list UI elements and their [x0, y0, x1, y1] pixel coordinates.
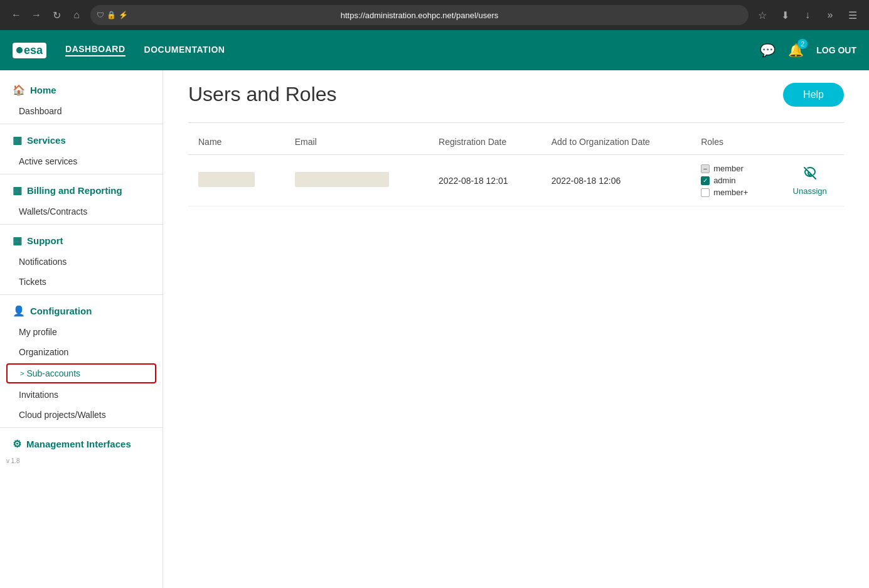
support-icon: ▦ [13, 235, 22, 247]
checkbox-admin[interactable]: ✓ [701, 176, 710, 185]
cell-name [188, 155, 285, 206]
col-registration-date: Registration Date [429, 129, 541, 155]
address-bar-container: 🛡 🔒 ⚡ [90, 5, 749, 25]
role-member-plus-label: member+ [713, 188, 748, 197]
col-add-to-org-date: Add to Organization Date [541, 129, 691, 155]
top-nav-left: esa DASHBOARD DOCUMENTATION [13, 43, 225, 58]
sidebar-divider-5 [0, 427, 163, 428]
sidebar-item-active-services[interactable]: Active services [0, 151, 163, 171]
top-nav-right: 💬 🔔 2 LOG OUT [760, 43, 856, 58]
table-body: 2022-08-18 12:01 2022-08-18 12:06 – memb… [188, 155, 844, 206]
sidebar-subaccounts-label: Sub-accounts [26, 368, 80, 378]
logo-dot [16, 47, 23, 53]
sidebar-item-tickets[interactable]: Tickets [0, 272, 163, 292]
sidebar-item-invitations[interactable]: Invitations [0, 385, 163, 405]
sidebar-services-label: Services [27, 135, 66, 146]
dashboard-nav-link[interactable]: DASHBOARD [65, 44, 125, 56]
top-navigation: esa DASHBOARD DOCUMENTATION 💬 🔔 2 LOG OU… [0, 30, 869, 70]
table-header-row: Name Email Registration Date Add to Orga… [188, 129, 844, 155]
roles-list: – member ✓ admin member+ [701, 164, 765, 197]
content-header: Users and Roles Help [188, 83, 844, 116]
pocket-icon[interactable]: ⬇ [776, 6, 794, 24]
sidebar-item-subaccounts[interactable]: > Sub-accounts [6, 363, 156, 383]
role-member: – member [701, 164, 765, 173]
sidebar-services-section[interactable]: ▦ Services [0, 127, 163, 151]
billing-icon: ▦ [13, 184, 22, 196]
table-head: Name Email Registration Date Add to Orga… [188, 129, 844, 155]
esa-logo: esa [13, 43, 46, 58]
sidebar-item-wallets[interactable]: Wallets/Contracts [0, 201, 163, 222]
home-button[interactable]: ⌂ [68, 6, 85, 24]
sidebar-item-dashboard[interactable]: Dashboard [0, 101, 163, 121]
role-member-label: member [713, 164, 744, 173]
messages-icon[interactable]: 💬 [760, 43, 776, 58]
cell-unassign: Unassign [776, 155, 844, 206]
col-email: Email [285, 129, 429, 155]
sidebar-divider-4 [0, 294, 163, 295]
role-admin-label: admin [713, 176, 735, 185]
sidebar-divider-2 [0, 174, 163, 174]
logout-button[interactable]: LOG OUT [816, 45, 856, 55]
col-actions [776, 129, 844, 155]
content-area: Users and Roles Help Name Email Registra… [163, 70, 869, 588]
sidebar-home-section[interactable]: 🏠 Home [0, 77, 163, 101]
documentation-nav-link[interactable]: DOCUMENTATION [144, 45, 225, 56]
back-button[interactable]: ← [8, 6, 25, 24]
refresh-button[interactable]: ↻ [48, 6, 65, 24]
sidebar-support-label: Support [27, 235, 63, 246]
col-name: Name [188, 129, 285, 155]
table-top-divider [188, 122, 844, 123]
services-icon: ▦ [13, 134, 22, 146]
sidebar-divider-1 [0, 124, 163, 124]
share-icon: ⚡ [119, 11, 128, 19]
logo: esa [13, 43, 46, 58]
extensions-icon[interactable]: » [821, 6, 839, 24]
role-member-plus: member+ [701, 188, 765, 197]
notifications-icon[interactable]: 🔔 2 [788, 43, 804, 58]
address-bar-security-icons: 🛡 🔒 ⚡ [97, 11, 128, 19]
role-admin: ✓ admin [701, 176, 765, 185]
sidebar-item-organization[interactable]: Organization [0, 342, 163, 362]
chevron-right-icon: > [20, 370, 24, 377]
unassign-icon [802, 166, 818, 184]
sidebar: 🏠 Home Dashboard ▦ Services Active servi… [0, 70, 163, 588]
help-button[interactable]: Help [783, 83, 844, 107]
forward-button[interactable]: → [28, 6, 45, 24]
name-blurred [198, 172, 255, 187]
col-roles: Roles [691, 129, 776, 155]
sidebar-item-cloudprojects[interactable]: Cloud projects/Wallets [0, 405, 163, 425]
cell-roles: – member ✓ admin member+ [691, 155, 776, 206]
sidebar-item-myprofile[interactable]: My profile [0, 322, 163, 342]
notification-badge: 2 [797, 39, 808, 49]
home-icon: 🏠 [13, 84, 25, 96]
bookmark-icon[interactable]: ☆ [754, 6, 771, 24]
sidebar-billing-label: Billing and Reporting [27, 185, 122, 196]
unassign-label: Unassign [793, 186, 827, 196]
sidebar-item-notifications[interactable]: Notifications [0, 252, 163, 272]
checkbox-member-plus[interactable] [701, 188, 710, 197]
sidebar-billing-section[interactable]: ▦ Billing and Reporting [0, 177, 163, 201]
unassign-button[interactable]: Unassign [786, 166, 834, 196]
sidebar-configuration-label: Configuration [30, 306, 92, 316]
table-row: 2022-08-18 12:01 2022-08-18 12:06 – memb… [188, 155, 844, 206]
sidebar-configuration-section[interactable]: 👤 Configuration [0, 297, 163, 322]
sidebar-divider-3 [0, 224, 163, 225]
menu-icon[interactable]: ☰ [844, 6, 861, 24]
lock-icon: 🔒 [107, 11, 116, 19]
browser-chrome: ← → ↻ ⌂ 🛡 🔒 ⚡ ☆ ⬇ ↓ » ☰ [0, 0, 869, 30]
management-icon: ⚙ [13, 438, 21, 450]
checkbox-member[interactable]: – [701, 164, 710, 173]
main-layout: 🏠 Home Dashboard ▦ Services Active servi… [0, 70, 869, 588]
version-text: v 1.8 [0, 455, 163, 467]
table-container: Name Email Registration Date Add to Orga… [188, 122, 844, 206]
users-table: Name Email Registration Date Add to Orga… [188, 129, 844, 206]
sidebar-support-section[interactable]: ▦ Support [0, 227, 163, 252]
url-bar[interactable] [90, 5, 749, 25]
browser-right-icons: ☆ ⬇ ↓ » ☰ [754, 6, 861, 24]
email-blurred [295, 172, 389, 187]
nav-buttons[interactable]: ← → ↻ ⌂ [8, 6, 85, 24]
cell-registration-date: 2022-08-18 12:01 [429, 155, 541, 206]
download-icon[interactable]: ↓ [799, 6, 816, 24]
sidebar-management-section[interactable]: ⚙ Management Interfaces [0, 430, 163, 455]
page-title: Users and Roles [188, 83, 337, 106]
